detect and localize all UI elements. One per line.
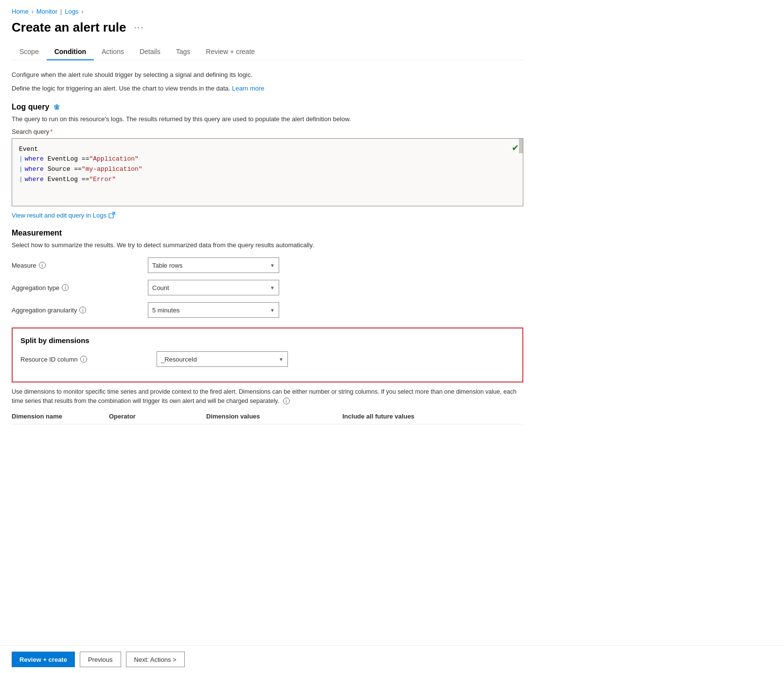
search-query-label: Search query* bbox=[12, 128, 523, 135]
aggregation-type-dropdown[interactable]: Count ▼ bbox=[148, 280, 279, 295]
breadcrumb-sep-1: › bbox=[32, 8, 34, 15]
learn-more-link[interactable]: Learn more bbox=[232, 85, 264, 92]
log-query-heading: Log query bbox=[12, 103, 49, 111]
breadcrumb-logs[interactable]: Logs bbox=[65, 8, 78, 15]
log-query-desc: The query to run on this resource's logs… bbox=[12, 114, 523, 124]
aggregation-granularity-chevron-icon: ▼ bbox=[270, 308, 275, 313]
resource-id-chevron-icon: ▼ bbox=[279, 357, 284, 362]
aggregation-granularity-label: Aggregation granularity bbox=[12, 307, 77, 314]
footer-bar: Review + create Previous Next: Actions > bbox=[0, 645, 784, 673]
dimensions-note-info-icon[interactable]: i bbox=[283, 398, 290, 404]
more-options-button[interactable]: ··· bbox=[132, 22, 146, 33]
aggregation-type-row: Aggregation type i Count ▼ bbox=[12, 280, 523, 295]
tab-details[interactable]: Details bbox=[132, 44, 168, 60]
measure-info-icon[interactable]: i bbox=[39, 262, 46, 269]
view-edit-query-link[interactable]: View result and edit query in Logs bbox=[12, 212, 115, 219]
query-editor[interactable]: ✔ Event |where EventLog == "Application"… bbox=[12, 138, 523, 206]
breadcrumb-sep-3: › bbox=[81, 8, 83, 15]
breadcrumb-home[interactable]: Home bbox=[12, 8, 29, 15]
code-display: Event |where EventLog == "Application" |… bbox=[12, 139, 523, 191]
resource-id-info-icon[interactable]: i bbox=[80, 356, 87, 363]
dimension-table-header: Dimension name Operator Dimension values… bbox=[12, 413, 523, 424]
measure-dropdown[interactable]: Table rows ▼ bbox=[148, 257, 279, 273]
condition-desc-1: Configure when the alert rule should tri… bbox=[12, 70, 523, 80]
dimensions-note: Use dimensions to monitor specific time … bbox=[12, 387, 523, 406]
split-by-dimensions-box: Split by dimensions Resource ID column i… bbox=[12, 327, 523, 382]
split-by-dimensions-title: Split by dimensions bbox=[20, 336, 515, 345]
resource-id-label: Resource ID column bbox=[20, 356, 78, 363]
measure-row: Measure i Table rows ▼ bbox=[12, 257, 523, 273]
dim-col-header-future: Include all future values bbox=[342, 413, 523, 420]
aggregation-granularity-row: Aggregation granularity i 5 minutes ▼ bbox=[12, 302, 523, 318]
tab-bar: Scope Condition Actions Details Tags Rev… bbox=[12, 44, 523, 60]
scrollbar[interactable] bbox=[519, 139, 523, 153]
tab-actions[interactable]: Actions bbox=[94, 44, 132, 60]
breadcrumb-monitor[interactable]: Monitor bbox=[36, 8, 57, 15]
tab-scope[interactable]: Scope bbox=[12, 44, 47, 60]
tab-tags[interactable]: Tags bbox=[168, 44, 198, 60]
previous-button[interactable]: Previous bbox=[80, 652, 121, 667]
tab-condition[interactable]: Condition bbox=[47, 44, 94, 60]
measure-label: Measure bbox=[12, 262, 36, 269]
measurement-heading: Measurement bbox=[12, 229, 62, 237]
aggregation-type-label: Aggregation type bbox=[12, 284, 59, 291]
dim-col-header-operator: Operator bbox=[109, 413, 206, 420]
resource-id-row: Resource ID column i _ResourceId ▼ bbox=[20, 351, 515, 367]
dim-col-header-values: Dimension values bbox=[206, 413, 342, 420]
next-actions-button[interactable]: Next: Actions > bbox=[126, 652, 185, 667]
review-create-button[interactable]: Review + create bbox=[12, 652, 75, 667]
external-link-icon bbox=[108, 212, 115, 218]
dim-col-header-name: Dimension name bbox=[12, 413, 109, 420]
breadcrumb-sep-2: | bbox=[60, 8, 62, 15]
view-query-footer: View result and edit query in Logs bbox=[12, 211, 523, 219]
delete-query-icon[interactable] bbox=[53, 103, 61, 111]
aggregation-type-info-icon[interactable]: i bbox=[62, 284, 69, 291]
resource-id-dropdown[interactable]: _ResourceId ▼ bbox=[157, 351, 288, 367]
aggregation-granularity-info-icon[interactable]: i bbox=[79, 307, 86, 313]
measurement-desc: Select how to summarize the results. We … bbox=[12, 240, 523, 250]
page-title: Create an alert rule bbox=[12, 20, 126, 35]
breadcrumb: Home › Monitor | Logs › bbox=[12, 8, 523, 15]
query-success-icon: ✔ bbox=[512, 143, 519, 153]
measure-chevron-icon: ▼ bbox=[270, 263, 275, 268]
aggregation-granularity-dropdown[interactable]: 5 minutes ▼ bbox=[148, 302, 279, 318]
condition-desc-2: Define the logic for triggering an alert… bbox=[12, 84, 523, 93]
aggregation-type-chevron-icon: ▼ bbox=[270, 285, 275, 291]
tab-review-create[interactable]: Review + create bbox=[198, 44, 263, 60]
